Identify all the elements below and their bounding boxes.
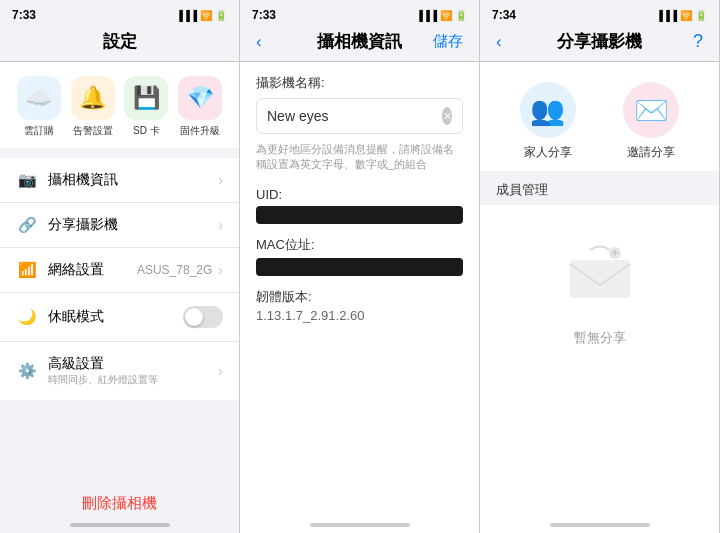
empty-state: 暫無分享	[480, 205, 719, 377]
camera-info-text: 攝相機資訊	[48, 171, 218, 189]
menu-item-sleep[interactable]: 🌙 休眠模式	[0, 293, 239, 342]
page-title-1: 設定	[103, 30, 137, 53]
sd-icon: 💾	[124, 76, 168, 120]
svg-rect-0	[570, 260, 630, 298]
empty-state-area: 暫無分享	[480, 205, 719, 533]
save-button[interactable]: 儲存	[433, 32, 463, 51]
chevron-icon-4: ›	[218, 363, 223, 379]
cloud-icon: ☁️	[17, 76, 61, 120]
family-share-item[interactable]: 👥 家人分享	[520, 82, 576, 161]
share-icon: 🔗	[16, 216, 38, 234]
nav-bar-3: ‹ 分享攝影機 ?	[480, 26, 719, 61]
screen1-settings: 7:33 ▐▐▐ 🛜 🔋 設定 ☁️ 雲訂購 🔔 告警設置 💾 SD 卡 💎 固…	[0, 0, 240, 533]
cloud-icon-item[interactable]: ☁️ 雲訂購	[17, 76, 61, 138]
invite-share-item[interactable]: ✉️ 邀請分享	[623, 82, 679, 161]
family-share-label: 家人分享	[524, 144, 572, 161]
status-icons-1: ▐▐▐ 🛜 🔋	[176, 10, 227, 21]
battery-icon: 🔋	[215, 10, 227, 21]
menu-list: 📷 攝相機資訊 › 🔗 分享攝影機 › 📶 網絡設置 ASUS_78_2G › …	[0, 158, 239, 400]
camera-name-input[interactable]	[267, 108, 442, 124]
camera-name-label: 攝影機名稱:	[256, 74, 463, 92]
signal-icon: ▐▐▐	[176, 10, 197, 21]
network-text: 網絡設置	[48, 261, 137, 279]
help-button[interactable]: ?	[693, 31, 703, 52]
bell-icon: 🔔	[71, 76, 115, 120]
back-button-2[interactable]: ‹	[256, 32, 262, 52]
firmware-icon: 💎	[178, 76, 222, 120]
signal-icon-2: ▐▐▐	[416, 10, 437, 21]
wifi-icon-2: 🛜	[440, 10, 452, 21]
share-text: 分享攝影機	[48, 216, 218, 234]
network-icon: 📶	[16, 261, 38, 279]
bell-icon-item[interactable]: 🔔 告警設置	[71, 76, 115, 138]
firmware-label: 固件升級	[180, 124, 220, 138]
share-options-area: 👥 家人分享 ✉️ 邀請分享	[480, 62, 719, 171]
icon-grid: ☁️ 雲訂購 🔔 告警設置 💾 SD 卡 💎 固件升級	[0, 62, 239, 148]
time-1: 7:33	[12, 8, 36, 22]
home-indicator-2	[310, 523, 410, 527]
bell-label: 告警設置	[73, 124, 113, 138]
menu-item-advanced[interactable]: ⚙️ 高級設置 時間同步、紅外燈設置等 ›	[0, 342, 239, 400]
member-section-label: 成員管理	[496, 182, 548, 197]
wifi-icon-3: 🛜	[680, 10, 692, 21]
advanced-text-group: 高級設置 時間同步、紅外燈設置等	[48, 355, 218, 387]
time-3: 7:34	[492, 8, 516, 22]
battery-icon-2: 🔋	[455, 10, 467, 21]
delete-camera-button[interactable]: 刪除攝相機	[82, 494, 157, 513]
content-area-2: 攝影機名稱: ✕ 為更好地區分設備消息提醒，請將設備名稱設置為英文字母、數字或_…	[240, 62, 479, 533]
page-title-3: 分享攝影機	[557, 30, 642, 53]
home-indicator-3	[550, 523, 650, 527]
menu-item-share[interactable]: 🔗 分享攝影機 ›	[0, 203, 239, 248]
sd-icon-item[interactable]: 💾 SD 卡	[124, 76, 168, 138]
status-icons-3: ▐▐▐ 🛜 🔋	[656, 10, 707, 21]
invite-share-icon: ✉️	[623, 82, 679, 138]
camera-info-icon: 📷	[16, 171, 38, 189]
share-grid: 👥 家人分享 ✉️ 邀請分享	[480, 62, 719, 171]
firmware-icon-item[interactable]: 💎 固件升級	[178, 76, 222, 138]
cloud-label: 雲訂購	[24, 124, 54, 138]
status-bar-1: 7:33 ▐▐▐ 🛜 🔋	[0, 0, 239, 26]
firmware-version: 1.13.1.7_2.91.2.60	[256, 308, 463, 323]
firmware-section-label: 韌體版本:	[256, 288, 463, 306]
signal-icon-3: ▐▐▐	[656, 10, 677, 21]
nav-bar-1: 設定	[0, 26, 239, 61]
invite-share-label: 邀請分享	[627, 144, 675, 161]
camera-name-hint: 為更好地區分設備消息提醒，請將設備名稱設置為英文字母、數字或_的組合	[256, 142, 463, 173]
status-bar-2: 7:33 ▐▐▐ 🛜 🔋	[240, 0, 479, 26]
screen2-camera-info: 7:33 ▐▐▐ 🛜 🔋 ‹ 攝相機資訊 儲存 攝影機名稱: ✕ 為更好地區分設…	[240, 0, 480, 533]
status-bar-3: 7:34 ▐▐▐ 🛜 🔋	[480, 0, 719, 26]
network-sub: ASUS_78_2G	[137, 263, 212, 277]
status-icons-2: ▐▐▐ 🛜 🔋	[416, 10, 467, 21]
uid-value	[256, 206, 463, 224]
wifi-icon: 🛜	[200, 10, 212, 21]
chevron-icon-0: ›	[218, 172, 223, 188]
page-title-2: 攝相機資訊	[317, 30, 402, 53]
time-2: 7:33	[252, 8, 276, 22]
battery-icon-3: 🔋	[695, 10, 707, 21]
empty-mailbox-icon	[560, 235, 640, 319]
nav-bar-2: ‹ 攝相機資訊 儲存	[240, 26, 479, 61]
back-button-3[interactable]: ‹	[496, 32, 502, 52]
sleep-toggle[interactable]	[183, 306, 223, 328]
sd-label: SD 卡	[133, 124, 160, 138]
menu-item-network[interactable]: 📶 網絡設置 ASUS_78_2G ›	[0, 248, 239, 293]
clear-input-button[interactable]: ✕	[442, 107, 452, 125]
sleep-text: 休眠模式	[48, 308, 183, 326]
screen3-share: 7:34 ▐▐▐ 🛜 🔋 ‹ 分享攝影機 ? 👥 家人分享 ✉️ 邀請分享 成員…	[480, 0, 720, 533]
mac-label: MAC位址:	[256, 236, 463, 254]
family-share-icon: 👥	[520, 82, 576, 138]
menu-item-camera-info[interactable]: 📷 攝相機資訊 ›	[0, 158, 239, 203]
advanced-sub: 時間同步、紅外燈設置等	[48, 373, 218, 387]
chevron-icon-2: ›	[218, 262, 223, 278]
advanced-text: 高級設置	[48, 355, 218, 373]
camera-name-input-row: ✕	[256, 98, 463, 134]
uid-label: UID:	[256, 187, 463, 202]
bottom-btn-area: 刪除攝相機	[0, 494, 239, 513]
sleep-icon: 🌙	[16, 308, 38, 326]
member-section-header: 成員管理	[480, 171, 719, 205]
empty-text: 暫無分享	[574, 329, 626, 347]
advanced-icon: ⚙️	[16, 362, 38, 380]
mac-value	[256, 258, 463, 276]
home-indicator-1	[70, 523, 170, 527]
chevron-icon-1: ›	[218, 217, 223, 233]
